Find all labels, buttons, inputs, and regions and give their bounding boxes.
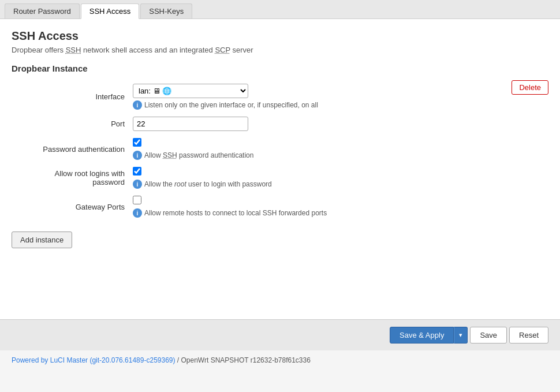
tab-ssh-access[interactable]: SSH Access [81, 3, 140, 19]
save-button[interactable]: Save [470, 327, 507, 344]
password-auth-hint-text: Allow SSH password authentication [144, 151, 253, 159]
root-login-field: i Allow the root user to login with pass… [133, 163, 548, 192]
password-auth-label: Password authentication [12, 135, 133, 163]
powered-by: Powered by LuCI Master (git-20.076.61489… [0, 350, 560, 370]
ssh-abbr: SSH [66, 46, 81, 54]
gateway-ports-info-icon: i [133, 208, 142, 218]
gateway-ports-field: i Allow remote hosts to connect to local… [133, 192, 548, 221]
port-row: Port [12, 113, 548, 135]
gateway-ports-row: Gateway Ports i Allow remote hosts to co… [12, 192, 548, 221]
save-apply-dropdown[interactable]: ▾ [454, 327, 468, 344]
save-apply-button[interactable]: Save & Apply [390, 327, 454, 344]
form-table: Interface lan: 🖥 🌐 wan unspecified i Lis… [12, 80, 548, 221]
password-auth-info-icon: i [133, 151, 142, 160]
port-label: Port [12, 113, 133, 135]
password-auth-checkbox[interactable] [133, 138, 141, 147]
interface-row: Interface lan: 🖥 🌐 wan unspecified i Lis… [12, 80, 548, 113]
add-instance-button[interactable]: Add instance [12, 232, 72, 248]
gateway-ports-hint: i Allow remote hosts to connect to local… [133, 208, 548, 218]
tabs-bar: Router Password SSH Access SSH-Keys [0, 0, 560, 19]
root-login-hint-text: Allow the root user to login with passwo… [144, 180, 272, 188]
root-login-label: Allow root logins withpassword [12, 163, 133, 192]
port-input[interactable] [133, 117, 248, 131]
scp-abbr: SCP [215, 46, 230, 54]
password-auth-row: Password authentication i Allow SSH pass… [12, 135, 548, 163]
root-login-checkbox[interactable] [133, 167, 141, 176]
port-field [133, 113, 548, 135]
section-title: Dropbear Instance [12, 64, 548, 73]
save-apply-wrap: Save & Apply ▾ [390, 327, 468, 344]
password-auth-hint: i Allow SSH password authentication [133, 151, 548, 160]
main-content: SSH Access Dropbear offers SSH network s… [0, 19, 560, 319]
gateway-ports-hint-text: Allow remote hosts to connect to local S… [144, 209, 327, 217]
tab-ssh-keys[interactable]: SSH-Keys [140, 3, 192, 18]
gateway-ports-checkbox[interactable] [133, 196, 141, 204]
password-auth-field: i Allow SSH password authentication [133, 135, 548, 163]
interface-label: Interface [12, 80, 133, 113]
powered-by-link[interactable]: Powered by LuCI Master (git-20.076.61489… [12, 356, 176, 364]
interface-hint-text: Listen only on the given interface or, i… [144, 101, 318, 109]
interface-select[interactable]: lan: 🖥 🌐 wan unspecified [133, 84, 248, 98]
os-text: / OpenWrt SNAPSHOT r12632-b78f61c336 [177, 356, 311, 364]
gateway-ports-label: Gateway Ports [12, 192, 133, 221]
root-login-hint: i Allow the root user to login with pass… [133, 180, 548, 189]
reset-button[interactable]: Reset [509, 327, 548, 344]
interface-field: lan: 🖥 🌐 wan unspecified i Listen only o… [133, 80, 548, 113]
interface-info-icon: i [133, 100, 142, 110]
page-subtitle: Dropbear offers SSH network shell access… [12, 46, 548, 54]
instance-block: Delete Interface lan: 🖥 🌐 wan unspecifie… [12, 80, 548, 248]
delete-button[interactable]: Delete [512, 80, 548, 95]
root-login-info-icon: i [133, 180, 142, 189]
root-login-row: Allow root logins withpassword i Allow t… [12, 163, 548, 192]
footer-bar: Save & Apply ▾ Save Reset [0, 319, 560, 350]
page-title: SSH Access [12, 29, 548, 43]
tab-router-password[interactable]: Router Password [5, 3, 80, 18]
interface-hint: i Listen only on the given interface or,… [133, 100, 548, 110]
